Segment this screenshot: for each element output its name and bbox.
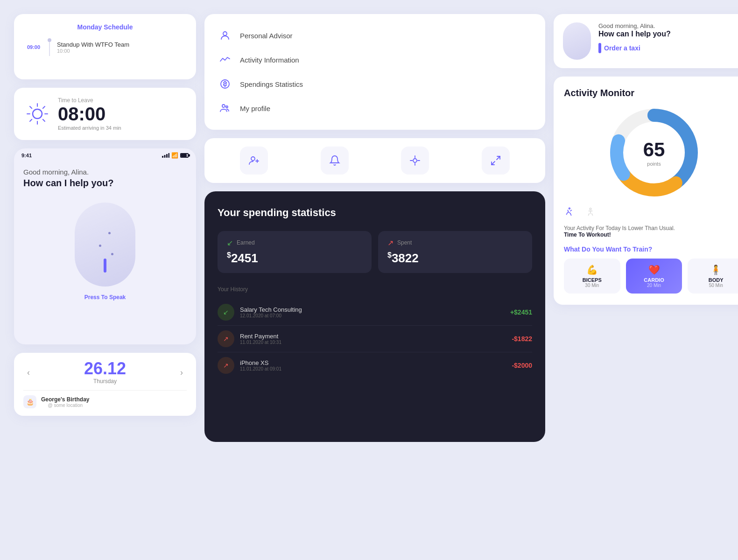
activity-monitor-card: Activity Monitor 65 points	[554, 77, 738, 305]
monday-title: Monday Schedule	[25, 23, 185, 31]
activity-title: Activity Monitor	[564, 88, 738, 98]
personal-advisor-icon	[218, 28, 232, 43]
body-duration: 50 Min	[691, 283, 738, 288]
svg-line-25	[497, 156, 500, 160]
profile-icon	[218, 101, 232, 116]
ai-button[interactable]	[401, 147, 429, 175]
schedule-time-bottom: 10:00	[57, 48, 185, 54]
add-user-button[interactable]	[240, 147, 268, 175]
menu-label-spendings: Spendings Statistics	[240, 80, 303, 88]
svg-line-5	[30, 106, 32, 108]
spent-label: Spent	[397, 239, 412, 246]
body-label: BODY	[691, 277, 738, 283]
train-title: What Do You Want To Train?	[564, 245, 738, 253]
battery-icon	[180, 153, 189, 158]
spendings-icon	[218, 77, 232, 91]
prev-date-button[interactable]: ‹	[23, 368, 34, 378]
train-biceps-button[interactable]: 💪 BICEPS 30 Min	[564, 259, 620, 294]
menu-item-spendings[interactable]: Spendings Statistics	[218, 72, 532, 96]
history-title: Your History	[218, 286, 532, 293]
cardio-duration: 20 Min	[630, 283, 679, 288]
menu-item-personal-advisor[interactable]: Personal Advisor	[218, 23, 532, 48]
signal-icon	[162, 153, 169, 158]
svg-line-6	[43, 119, 45, 121]
history-item-amount: +$2451	[510, 308, 532, 316]
train-body-button[interactable]: 🧍 BODY 50 Min	[688, 259, 738, 294]
activity-points-label: points	[643, 161, 665, 167]
time-leave-time: 08:00	[58, 105, 121, 123]
svg-rect-11	[166, 154, 168, 158]
assistant-greeting: Good morning, Alina.	[598, 22, 671, 29]
history-item: ↙Salary Tech Consulting12.01.2020 at 07:…	[218, 299, 532, 326]
assistant-question: How can I help you?	[598, 29, 671, 39]
bell-button[interactable]	[321, 147, 349, 175]
svg-line-8	[30, 119, 32, 121]
mic-pill-icon	[598, 43, 601, 53]
schedule-item: 09:00 Standup With WTFO Team 10:00	[25, 35, 185, 59]
dot	[48, 38, 51, 42]
menu-item-profile[interactable]: My profile	[218, 96, 532, 120]
activity-icon	[218, 52, 232, 67]
history-item-date: 11.01.2020 at 09:01	[240, 366, 281, 371]
assistant-top-card: Good morning, Alina. How can I help you?…	[554, 14, 738, 68]
svg-line-26	[492, 161, 495, 165]
biceps-icon: 💪	[568, 264, 617, 275]
earned-arrow-icon: ↙	[227, 238, 233, 247]
earned-label: Earned	[237, 239, 255, 246]
time-top: 09:00	[27, 44, 40, 50]
history-item: ↗iPhone XS11.01.2020 at 09:01-$2000	[218, 352, 532, 378]
body-icon: 🧍	[691, 264, 738, 275]
svg-point-17	[251, 157, 255, 161]
press-to-speak-label[interactable]: Press To Speak	[84, 294, 126, 301]
monday-schedule-card: Monday Schedule 09:00 Standup With WTFO …	[14, 14, 196, 79]
activity-donut: 65 points	[564, 106, 738, 199]
time-leave-sub: Time to Leave	[58, 97, 121, 104]
history-item-icon: ↗	[218, 330, 234, 347]
svg-point-15	[222, 105, 225, 107]
train-cardio-button[interactable]: ❤️ CARDIO 20 Min	[626, 259, 682, 294]
svg-point-20	[413, 159, 417, 162]
history-item-amount: -$1822	[512, 335, 532, 343]
earned-box: ↙ Earned $2451	[218, 231, 372, 273]
svg-point-32	[590, 208, 591, 210]
spent-amount: $3822	[387, 251, 523, 266]
train-options: 💪 BICEPS 30 Min ❤️ CARDIO 20 Min 🧍 BODY …	[564, 259, 738, 294]
history-item-icon: ↗	[218, 357, 234, 374]
mic-indicator	[104, 259, 106, 273]
svg-point-16	[226, 106, 228, 108]
activity-desc-bold: Time To Workout!	[564, 231, 611, 238]
date-card: ‹ 26.12 Thursday › 🎂 George's Birthday @…	[14, 353, 196, 416]
biceps-duration: 30 Min	[568, 283, 617, 288]
status-time: 9:41	[21, 153, 32, 158]
schedule-label: Standup With WTFO Team	[57, 41, 185, 48]
activity-points: 65	[643, 139, 665, 161]
spent-arrow-icon: ↗	[387, 238, 394, 247]
history-item-amount: -$2000	[512, 362, 532, 369]
history-item-icon: ↙	[218, 304, 234, 321]
next-date-button[interactable]: ›	[176, 368, 187, 378]
date-display: 26.12	[84, 360, 126, 377]
svg-point-0	[33, 109, 42, 119]
time-leave-estimated: Estimated arriving in 34 min	[58, 125, 121, 131]
greeting-bold: How can I help you?	[23, 178, 187, 189]
menu-item-activity[interactable]: Activity Information	[218, 48, 532, 72]
svg-rect-10	[164, 155, 166, 158]
event-row: 🎂 George's Birthday @ some location	[23, 390, 187, 408]
svg-rect-12	[169, 153, 170, 158]
svg-rect-9	[162, 156, 163, 158]
expand-button[interactable]	[482, 147, 510, 175]
event-sub: @ some location	[41, 403, 90, 408]
menu-label-profile: My profile	[240, 105, 270, 112]
phone-voice-card: 9:41 📶 Good morning, Alina. How	[14, 148, 196, 344]
history-item-date: 12.01.2020 at 07:00	[240, 313, 302, 318]
greeting-text: Good morning, Alina.	[23, 168, 187, 176]
spent-box: ↗ Spent $3822	[378, 231, 532, 273]
history-item-name: Salary Tech Consulting	[240, 306, 302, 313]
activity-desc: Your Activity For Today Is Lower Than Us…	[564, 225, 738, 238]
voice-orb[interactable]	[75, 203, 135, 287]
history-item-date: 11.01.2020 at 10:31	[240, 340, 281, 345]
spending-card: Your spending statistics ↙ Earned $2451 …	[204, 191, 545, 442]
history-item: ↗Rent Payment11.01.2020 at 10:31-$1822	[218, 326, 532, 352]
order-taxi-button[interactable]: Order a taxi	[598, 43, 640, 53]
history-item-name: iPhone XS	[240, 359, 281, 366]
